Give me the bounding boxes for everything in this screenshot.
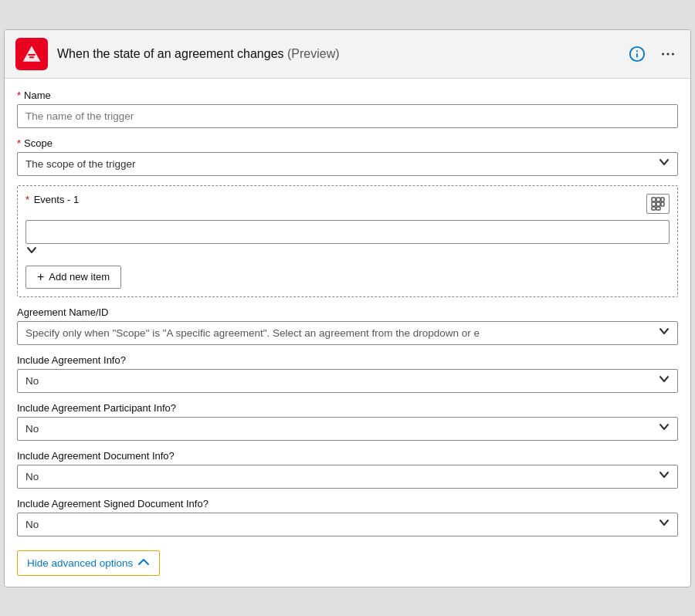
card-title: When the state of an agreement changes (… xyxy=(57,47,616,61)
events-required-star: * xyxy=(25,194,29,205)
events-field-group: * Events - 1 xyxy=(17,185,678,297)
include-agreement-info-select[interactable]: No Yes xyxy=(17,369,678,393)
scope-field-group: * Scope The scope of the trigger xyxy=(17,137,678,176)
include-signed-document-info-select[interactable]: No Yes xyxy=(17,513,678,536)
add-item-label: Add new item xyxy=(49,271,110,283)
grid-icon xyxy=(651,197,665,211)
include-document-info-label-text: Include Agreement Document Info? xyxy=(17,450,175,462)
include-agreement-info-label: Include Agreement Info? xyxy=(17,354,678,366)
include-participant-info-label: Include Agreement Participant Info? xyxy=(17,402,678,414)
app-logo xyxy=(15,38,48,70)
card-header: When the state of an agreement changes (… xyxy=(5,30,690,79)
name-required-star: * xyxy=(17,90,21,101)
logo-icon xyxy=(22,44,42,64)
more-options-icon xyxy=(659,46,676,63)
svg-rect-13 xyxy=(656,202,660,206)
events-select[interactable] xyxy=(25,220,670,244)
svg-rect-12 xyxy=(652,202,656,206)
scope-label: * Scope xyxy=(17,137,678,149)
card-body: * Name * Scope The scope of the trigger xyxy=(5,79,690,587)
include-signed-document-info-field-group: Include Agreement Signed Document Info? … xyxy=(17,498,678,536)
include-agreement-info-select-wrapper: No Yes xyxy=(17,369,678,393)
more-options-button[interactable] xyxy=(656,42,680,66)
agreement-nameid-select-wrapper: Specify only when "Scope" is "A specific… xyxy=(17,321,678,345)
include-document-info-label: Include Agreement Document Info? xyxy=(17,450,678,462)
include-participant-info-field-group: Include Agreement Participant Info? No Y… xyxy=(17,402,678,441)
include-participant-info-select[interactable]: No Yes xyxy=(17,417,678,441)
include-document-info-select-wrapper: No Yes xyxy=(17,465,678,489)
name-label-text: Name xyxy=(24,90,51,101)
name-input[interactable] xyxy=(17,104,678,128)
events-select-row xyxy=(25,220,670,259)
chevron-up-svg xyxy=(137,557,150,567)
info-icon xyxy=(629,46,646,63)
scope-select-wrapper: The scope of the trigger xyxy=(17,152,678,176)
svg-rect-10 xyxy=(656,198,660,201)
events-header: * Events - 1 xyxy=(25,194,670,214)
svg-point-6 xyxy=(662,52,664,55)
title-text: When the state of an agreement changes xyxy=(57,47,284,60)
add-new-item-button[interactable]: + Add new item xyxy=(25,266,121,289)
svg-rect-16 xyxy=(656,207,660,210)
include-document-info-field-group: Include Agreement Document Info? No Yes xyxy=(17,450,678,489)
events-chevron-icon xyxy=(25,245,38,259)
svg-rect-11 xyxy=(661,198,664,201)
name-label: * Name xyxy=(17,90,678,101)
hide-advanced-options-button[interactable]: Hide advanced options xyxy=(17,550,160,576)
agreement-nameid-select[interactable]: Specify only when "Scope" is "A specific… xyxy=(17,321,678,345)
svg-point-7 xyxy=(666,52,669,55)
scope-label-text: Scope xyxy=(24,137,53,149)
include-signed-document-info-label-text: Include Agreement Signed Document Info? xyxy=(17,498,208,509)
events-select-wrapper xyxy=(25,220,670,259)
trigger-card: When the state of an agreement changes (… xyxy=(4,29,691,587)
chevron-up-icon xyxy=(137,557,150,570)
events-label-text: Events - xyxy=(34,194,73,205)
include-participant-info-label-text: Include Agreement Participant Info? xyxy=(17,402,176,414)
svg-rect-9 xyxy=(652,198,656,201)
include-signed-document-info-label: Include Agreement Signed Document Info? xyxy=(17,498,678,509)
scope-select[interactable]: The scope of the trigger xyxy=(17,152,678,176)
include-document-info-select[interactable]: No Yes xyxy=(17,465,678,489)
events-count: 1 xyxy=(73,194,79,205)
plus-icon: + xyxy=(37,271,44,283)
include-signed-document-info-select-wrapper: No Yes xyxy=(17,513,678,536)
events-label: * Events - 1 xyxy=(25,194,79,205)
events-chevron-svg xyxy=(25,244,38,256)
name-field-group: * Name xyxy=(17,90,678,128)
header-actions xyxy=(626,42,680,66)
svg-rect-15 xyxy=(652,207,656,210)
preview-label: (Preview) xyxy=(287,47,340,60)
svg-rect-14 xyxy=(661,202,664,206)
include-agreement-info-label-text: Include Agreement Info? xyxy=(17,354,126,366)
agreement-nameid-field-group: Agreement Name/ID Specify only when "Sco… xyxy=(17,306,678,345)
include-participant-info-select-wrapper: No Yes xyxy=(17,417,678,441)
include-agreement-info-field-group: Include Agreement Info? No Yes xyxy=(17,354,678,393)
agreement-nameid-label-text: Agreement Name/ID xyxy=(17,306,109,318)
svg-rect-2 xyxy=(29,56,35,58)
svg-point-8 xyxy=(672,52,674,55)
agreement-nameid-label: Agreement Name/ID xyxy=(17,306,678,318)
events-grid-button[interactable] xyxy=(646,194,670,214)
scope-required-star: * xyxy=(17,137,21,149)
svg-rect-1 xyxy=(28,54,36,56)
info-button[interactable] xyxy=(626,42,649,66)
hide-advanced-label: Hide advanced options xyxy=(27,557,133,569)
svg-marker-0 xyxy=(23,46,41,61)
